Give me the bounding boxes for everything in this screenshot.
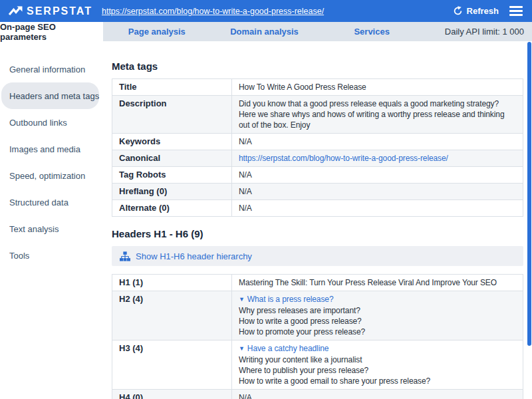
tab-page-analysis[interactable]: Page analysis [103, 22, 211, 41]
row-key: Canonical [112, 150, 232, 166]
tab-bar: On-page SEO parameters Page analysis Dom… [0, 22, 532, 41]
brand-logo[interactable]: SERPSTAT [8, 5, 92, 17]
row-key: Alternate (0) [112, 200, 232, 216]
sidebar-item-headers-and-meta-tags[interactable]: Headers and meta tags [1, 82, 99, 109]
canonical-link[interactable]: https://serpstat.com/blog/how-to-write-a… [239, 154, 448, 163]
header-line: Where to publish your press release? [239, 365, 516, 376]
row-value: Did you know that a good press release e… [232, 96, 523, 133]
table-row: Title How To Write A Good Press Release [112, 79, 523, 96]
sidebar-item-structured-data[interactable]: Structured data [1, 189, 99, 215]
sidebar-item-tools[interactable]: Tools [1, 242, 99, 269]
row-key: Tag Robots [112, 167, 232, 183]
header-line: How to write a good press release? [239, 316, 516, 327]
page-url-link[interactable]: https://serpstat.com/blog/how-to-write-a… [102, 7, 324, 16]
row-key: Description [112, 96, 232, 133]
table-row: Keywords N/A [112, 134, 523, 150]
hierarchy-link[interactable]: Show H1-H6 header hierarchy [136, 251, 252, 261]
table-row: Canonical https://serpstat.com/blog/how-… [112, 150, 523, 167]
sidebar-item-speed-optimization[interactable]: Speed, optimization [1, 162, 99, 189]
sidebar-item-outbound-links[interactable]: Outbound links [1, 109, 99, 136]
table-row: H2 (4) ▼What is a press release? Why pre… [112, 291, 523, 340]
collapse-triangle-icon: ▼ [239, 294, 245, 305]
row-value: N/A [232, 200, 523, 216]
header-line: How to write a good email to share your … [239, 376, 516, 386]
table-row: H1 (1) Mastering The Skill: Turn Your Pr… [112, 275, 523, 291]
sidebar: General information Headers and meta tag… [0, 41, 103, 399]
row-value: N/A [232, 184, 523, 200]
sidebar-item-text-analysis[interactable]: Text analysis [1, 215, 99, 242]
tab-onpage-seo-parameters[interactable]: On-page SEO parameters [0, 22, 103, 41]
table-row: Description Did you know that a good pre… [112, 96, 523, 134]
brand-name: SERPSTAT [27, 5, 92, 17]
serpstat-logo-icon [8, 6, 23, 16]
hierarchy-bar: Show H1-H6 header hierarchy [112, 246, 523, 266]
scrollbar-thumb[interactable] [527, 42, 531, 346]
table-row: H3 (4) ▼Have a catchy headline Writing y… [112, 340, 523, 390]
header-line: Writing your content like a journalist [239, 354, 516, 365]
header-line: Mastering The Skill: Turn Your Press Rel… [239, 277, 516, 288]
refresh-button[interactable]: Refresh [453, 6, 499, 16]
tab-domain-analysis[interactable]: Domain analysis [211, 22, 319, 41]
row-key: H1 (1) [112, 275, 232, 291]
menu-button[interactable] [509, 4, 523, 18]
header-line: How to promote your press release? [239, 327, 516, 337]
hierarchy-icon [120, 251, 130, 261]
row-key: H3 (4) [112, 340, 232, 389]
api-limit-label: Daily API limit: 1 000 [426, 22, 532, 41]
meta-tags-table: Title How To Write A Good Press Release … [112, 78, 523, 217]
table-row: H4 (0) N/A [112, 390, 523, 399]
row-key: Title [112, 79, 232, 95]
table-row: Hreflang (0) N/A [112, 184, 523, 200]
meta-tags-section-title: Meta tags [112, 60, 523, 73]
table-row: Alternate (0) N/A [112, 200, 523, 216]
hamburger-icon [509, 10, 523, 12]
header-line: N/A [239, 392, 516, 399]
headers-table: H1 (1) Mastering The Skill: Turn Your Pr… [112, 274, 523, 399]
row-value: How To Write A Good Press Release [232, 79, 523, 95]
hamburger-icon [509, 6, 523, 8]
row-key: H4 (0) [112, 390, 232, 399]
header-line-link[interactable]: ▼Have a catchy headline [239, 344, 329, 353]
refresh-label: Refresh [467, 6, 499, 16]
hamburger-icon [509, 14, 523, 16]
serpstat-plugin-window: SERPSTAT https://serpstat.com/blog/how-t… [0, 0, 532, 399]
sidebar-item-images-and-media[interactable]: Images and media [1, 136, 99, 162]
header-bar: SERPSTAT https://serpstat.com/blog/how-t… [0, 0, 532, 22]
collapse-triangle-icon: ▼ [239, 343, 245, 354]
tab-services[interactable]: Services [318, 22, 426, 41]
row-key: H2 (4) [112, 291, 232, 340]
refresh-icon [453, 6, 463, 16]
table-row: Tag Robots N/A [112, 167, 523, 184]
row-value: N/A [232, 167, 523, 183]
row-key: Keywords [112, 134, 232, 150]
header-line: Why press releases are important? [239, 305, 516, 316]
main-content: Meta tags Title How To Write A Good Pres… [103, 41, 532, 399]
header-line-link[interactable]: ▼What is a press release? [239, 295, 333, 304]
row-value: N/A [232, 134, 523, 150]
row-key: Hreflang (0) [112, 184, 232, 200]
sidebar-item-general-information[interactable]: General information [1, 56, 99, 82]
headers-section-title: Headers H1 - H6 (9) [112, 227, 523, 241]
